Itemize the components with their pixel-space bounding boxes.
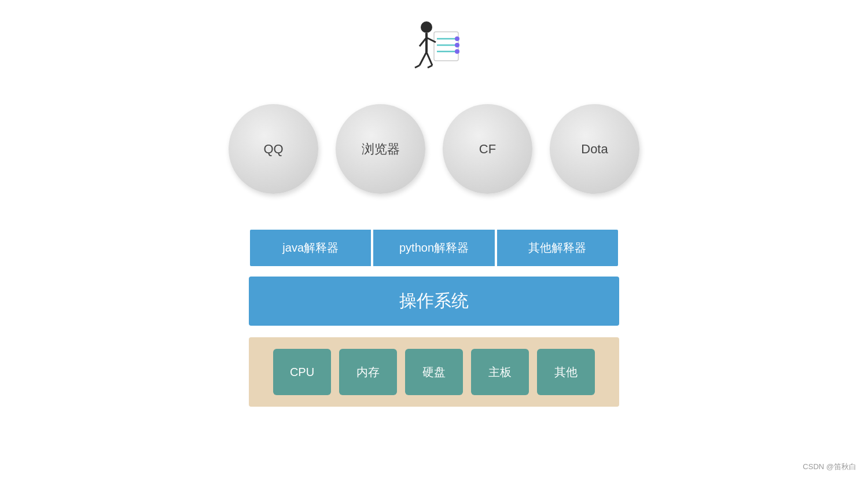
page-container: QQ 浏览器 CF Dota java解释器 python解释器 其他解释器 操… xyxy=(0,0,868,407)
hw-memory-label: 内存 xyxy=(356,364,380,380)
hw-cpu: CPU xyxy=(273,349,331,395)
app-cf: CF xyxy=(443,104,532,194)
app-cf-label: CF xyxy=(479,142,496,157)
hw-motherboard: 主板 xyxy=(471,349,529,395)
hw-memory: 内存 xyxy=(339,349,397,395)
presenter-figure xyxy=(399,12,469,81)
hw-harddisk: 硬盘 xyxy=(405,349,463,395)
hw-harddisk-label: 硬盘 xyxy=(422,364,446,380)
svg-point-7 xyxy=(421,21,432,33)
svg-line-14 xyxy=(428,65,432,68)
presenter-section xyxy=(399,12,469,81)
hw-cpu-label: CPU xyxy=(290,366,314,379)
app-dota-label: Dota xyxy=(581,142,608,157)
svg-point-4 xyxy=(455,36,459,41)
presenter-icon xyxy=(402,14,466,78)
hw-other-label: 其他 xyxy=(554,364,578,380)
svg-line-12 xyxy=(426,52,432,65)
apps-section: QQ 浏览器 CF Dota xyxy=(229,104,639,194)
hw-other: 其他 xyxy=(537,349,595,395)
svg-point-6 xyxy=(455,49,459,54)
watermark: CSDN @笛秋白 xyxy=(803,462,856,472)
app-dota: Dota xyxy=(550,104,639,194)
svg-rect-0 xyxy=(434,32,458,61)
python-interpreter: python解释器 xyxy=(372,229,495,267)
hardware-section: CPU 内存 硬盘 主板 其他 xyxy=(249,337,619,407)
app-qq: QQ xyxy=(229,104,318,194)
hw-motherboard-label: 主板 xyxy=(488,364,512,380)
interpreters-section: java解释器 python解释器 其他解释器 xyxy=(249,229,619,267)
os-layer: 操作系统 xyxy=(249,277,619,326)
app-browser-label: 浏览器 xyxy=(362,141,400,158)
app-qq-label: QQ xyxy=(263,142,283,157)
svg-line-11 xyxy=(420,52,426,65)
app-browser: 浏览器 xyxy=(336,104,425,194)
svg-line-13 xyxy=(415,65,420,68)
os-label: 操作系统 xyxy=(399,291,469,310)
other-interpreter: 其他解释器 xyxy=(496,229,619,267)
svg-point-5 xyxy=(455,43,459,47)
java-interpreter: java解释器 xyxy=(249,229,372,267)
